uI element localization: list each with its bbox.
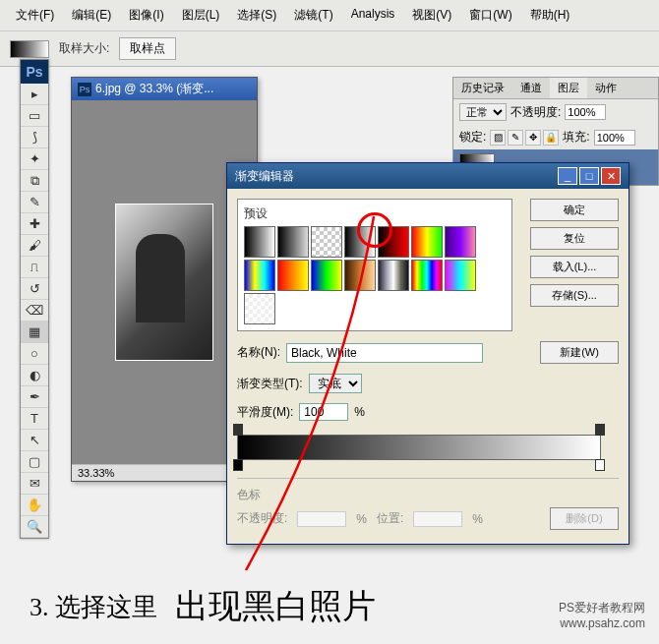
document-title: 6.jpg @ 33.3% (渐变... (95, 81, 213, 97)
tab-history[interactable]: 历史记录 (453, 78, 512, 98)
swatch-bg[interactable] (311, 260, 342, 291)
minimize-button[interactable]: _ (558, 167, 577, 185)
eyedropper-tool[interactable]: ✎ (21, 192, 48, 213)
gradient-sample[interactable] (10, 40, 49, 58)
ok-button[interactable]: 确定 (530, 199, 619, 221)
swatch-fg-trans[interactable] (277, 226, 309, 258)
site-name: PS爱好者教程网 (559, 600, 645, 616)
wand-tool[interactable]: ✦ (21, 148, 48, 170)
gradient-swatches (244, 226, 506, 324)
stop-pos-input (413, 511, 462, 527)
opacity-stop-right[interactable] (595, 424, 605, 436)
stop-opacity-label: 不透明度: (237, 510, 287, 527)
swatch-chrome[interactable] (378, 260, 409, 291)
marquee-tool[interactable]: ▭ (21, 105, 48, 127)
type-tool[interactable]: T (21, 408, 48, 430)
blend-mode-select[interactable]: 正常 (459, 103, 507, 121)
zoom-tool[interactable]: 🔍 (21, 516, 48, 538)
menu-item[interactable]: 选择(S) (229, 4, 284, 27)
smooth-input[interactable] (299, 403, 348, 421)
tab-layers[interactable]: 图层 (550, 78, 587, 98)
dialog-titlebar[interactable]: 渐变编辑器 _ □ ✕ (227, 163, 629, 189)
swatch-trans-stripe[interactable] (244, 293, 275, 324)
pct-label: % (354, 405, 365, 419)
close-button[interactable]: ✕ (601, 167, 621, 185)
menu-item[interactable]: 视图(V) (404, 4, 459, 27)
lock-all-icon[interactable]: 🔒 (543, 130, 559, 146)
color-stop-right[interactable] (595, 459, 605, 471)
site-url: www.psahz.com (559, 616, 645, 630)
load-button[interactable]: 载入(L)... (530, 256, 619, 278)
panel-tabs: 历史记录 通道 图层 动作 (453, 78, 658, 99)
menu-item[interactable]: 图层(L) (174, 4, 228, 27)
swatch-black-white[interactable] (344, 226, 376, 258)
menu-item[interactable]: 图像(I) (121, 4, 171, 27)
tab-actions[interactable]: 动作 (587, 78, 625, 98)
sample-size-label: 取样大小: (59, 40, 109, 57)
notes-tool[interactable]: ✉ (21, 473, 48, 495)
name-input[interactable] (286, 343, 483, 363)
menu-item[interactable]: 帮助(H) (522, 4, 578, 27)
brush-tool[interactable]: 🖌 (21, 235, 48, 257)
sample-point-button[interactable]: 取样点 (119, 37, 176, 60)
blur-tool[interactable]: ○ (21, 343, 48, 365)
swatch-rog[interactable] (411, 226, 443, 258)
history-brush-tool[interactable]: ↺ (21, 278, 48, 300)
swatch-spectrum[interactable] (411, 260, 443, 291)
lock-label: 锁定: (459, 129, 486, 146)
shape-tool[interactable]: ▢ (21, 451, 48, 473)
ps-doc-icon: Ps (78, 83, 91, 96)
swatch-trans[interactable] (311, 226, 342, 258)
heal-tool[interactable]: ✚ (21, 213, 48, 235)
pen-tool[interactable]: ✒ (21, 386, 48, 408)
color-stop-left[interactable] (233, 459, 243, 471)
maximize-button[interactable]: □ (579, 167, 599, 185)
ps-icon: Ps (21, 60, 48, 84)
lock-trans-icon[interactable]: ▨ (490, 130, 506, 146)
gradient-tool[interactable]: ▦ (21, 322, 48, 343)
lock-pos-icon[interactable]: ✥ (525, 130, 541, 146)
hand-tool[interactable]: ✋ (21, 495, 48, 516)
stamp-tool[interactable]: ⎍ (21, 257, 48, 278)
type-select[interactable]: 实底 (309, 374, 362, 393)
menu-item[interactable]: Analysis (343, 4, 403, 27)
menu-bar: 文件(F)编辑(E)图像(I)图层(L)选择(S)滤镜(T)Analysis视图… (0, 0, 659, 31)
menu-item[interactable]: 窗口(W) (461, 4, 519, 27)
opacity-input[interactable] (565, 104, 606, 120)
options-bar: 取样大小: 取样点 (0, 31, 659, 67)
crop-tool[interactable]: ⧉ (21, 170, 48, 192)
menu-item[interactable]: 滤镜(T) (286, 4, 340, 27)
presets-label: 预设 (244, 205, 506, 222)
site-watermark: PS爱好者教程网 www.psahz.com (559, 600, 645, 630)
swatch-violet[interactable] (445, 226, 476, 258)
save-button[interactable]: 存储(S)... (530, 284, 619, 307)
stops-label: 色标 (237, 487, 619, 503)
swatch-roy[interactable] (277, 260, 309, 291)
gradient-bar[interactable] (237, 435, 601, 460)
move-tool[interactable]: ▸ (21, 84, 48, 105)
lasso-tool[interactable]: ⟆ (21, 127, 48, 148)
opacity-stop-left[interactable] (233, 424, 243, 436)
swatch-trans-rain[interactable] (445, 260, 476, 291)
lock-pixel-icon[interactable]: ✎ (508, 130, 523, 146)
stops-section: 色标 不透明度: % 位置: % 删除(D) (237, 478, 619, 530)
presets-box: 预设 (237, 199, 512, 331)
menu-item[interactable]: 编辑(E) (64, 4, 119, 27)
path-tool[interactable]: ↖ (21, 430, 48, 451)
eraser-tool[interactable]: ⌫ (21, 300, 48, 322)
menu-item[interactable]: 文件(F) (8, 4, 62, 27)
tab-channels[interactable]: 通道 (512, 78, 550, 98)
opacity-label: 不透明度: (510, 104, 561, 121)
smooth-label: 平滑度(M): (237, 404, 293, 421)
swatch-fg-bg[interactable] (244, 226, 275, 258)
swatch-red[interactable] (378, 226, 409, 258)
swatch-copper[interactable] (344, 260, 376, 291)
new-button[interactable]: 新建(W) (540, 341, 619, 364)
document-titlebar[interactable]: Ps 6.jpg @ 33.3% (渐变... (72, 78, 257, 100)
fill-label: 填充: (563, 129, 589, 146)
reset-button[interactable]: 复位 (530, 227, 619, 250)
fill-input[interactable] (594, 130, 635, 146)
swatch-bycb[interactable] (244, 260, 275, 291)
tutorial-caption: 3. 选择这里 出现黑白照片 (30, 584, 376, 629)
dodge-tool[interactable]: ◐ (21, 365, 48, 386)
